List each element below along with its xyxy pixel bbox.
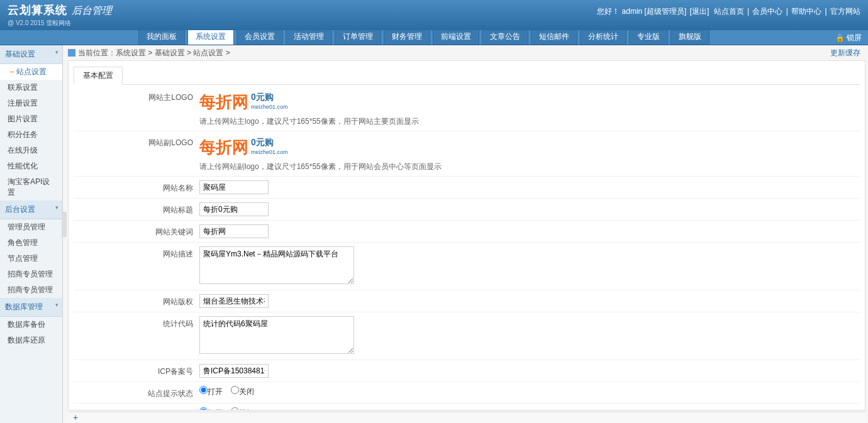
nav-tab-10[interactable]: 专业版 xyxy=(629,28,668,45)
logo-area: 云划算系统 后台管理 @ V2.0 2015 雪毅网络 xyxy=(8,3,112,28)
logout-link[interactable]: [退出] xyxy=(690,7,709,16)
refresh-cache-link[interactable]: 更新缓存 xyxy=(830,48,860,58)
site-status-off-radio[interactable] xyxy=(231,407,239,410)
side-item-1-4[interactable]: 招商专员管理 xyxy=(0,282,62,298)
site-status-on-radio[interactable] xyxy=(199,407,208,410)
side-item-2-0[interactable]: 数据库备份 xyxy=(0,317,62,332)
official-site-link[interactable]: 官方网站 xyxy=(830,7,860,16)
svg-text:每折网: 每折网 xyxy=(199,138,248,157)
side-item-0-7[interactable]: 淘宝客API设置 xyxy=(0,174,62,201)
side-item-1-3[interactable]: 招商专员管理 xyxy=(0,266,62,282)
side-item-0-3[interactable]: 图片设置 xyxy=(0,111,62,127)
svg-text:meizhe01.com: meizhe01.com xyxy=(251,104,288,110)
icp-input[interactable] xyxy=(199,364,269,378)
label-stats-code: 统计代码 xyxy=(74,316,199,329)
bottom-bar: + xyxy=(68,412,865,423)
lock-screen-button[interactable]: 🔒 锁屏 xyxy=(835,33,862,43)
username: admin xyxy=(622,7,643,16)
side-item-0-4[interactable]: 积分任务 xyxy=(0,127,62,143)
nav-tab-7[interactable]: 文章公告 xyxy=(482,28,528,45)
site-slogan-input[interactable] xyxy=(199,202,269,216)
sidebar: 基础设置站点设置联系设置注册设置图片设置积分任务在线升级性能优化淘宝客API设置… xyxy=(0,45,63,423)
label-site-slogan: 网站标题 xyxy=(74,202,199,216)
nav-tab-5[interactable]: 财务管理 xyxy=(384,28,430,45)
label-site-copyright: 网站版权 xyxy=(74,294,199,307)
prompt-status-on-radio[interactable] xyxy=(199,386,208,394)
label-sub-logo: 网站副LOGO xyxy=(74,135,199,148)
nav-tab-11[interactable]: 旗舰版 xyxy=(670,28,709,45)
label-icp: ICP备案号 xyxy=(74,364,199,377)
user-role: [超级管理员] xyxy=(645,7,687,16)
stats-code-textarea[interactable]: 统计的代码6聚码屋 xyxy=(199,316,354,354)
side-item-0-1[interactable]: 联系设置 xyxy=(0,80,62,96)
side-item-0-2[interactable]: 注册设置 xyxy=(0,96,62,111)
label-prompt-status: 站点提示状态 xyxy=(74,386,199,399)
site-desc-textarea[interactable]: 聚码屋Ym3.Net－精品网站源码下载平台 xyxy=(199,246,354,284)
greeting: 您好！ xyxy=(597,7,620,16)
site-home-link[interactable]: 站点首页 xyxy=(714,7,744,16)
nav-tab-2[interactable]: 会员设置 xyxy=(236,28,283,45)
nav-tab-1[interactable]: 系统设置 xyxy=(187,28,234,45)
label-main-logo: 网站主LOGO xyxy=(74,90,199,103)
svg-text:0元购: 0元购 xyxy=(251,92,274,102)
side-item-0-6[interactable]: 性能优化 xyxy=(0,158,62,174)
home-icon xyxy=(68,49,75,57)
prompt-status-off-radio[interactable] xyxy=(231,386,239,394)
hint-sub-logo: 请上传网站副logo，建议尺寸165*55像素，用于网站会员中心等页面显示 xyxy=(199,162,860,172)
app-version: @ V2.0 2015 雪毅网络 xyxy=(8,19,112,28)
add-tab-icon[interactable]: + xyxy=(73,412,78,422)
header: 云划算系统 后台管理 @ V2.0 2015 雪毅网络 您好！ admin [超… xyxy=(0,0,868,30)
main-logo-image: 每折网 0元购 meizhe01.com xyxy=(199,90,303,114)
sidebar-collapse-handle[interactable] xyxy=(62,212,67,237)
breadcrumb-prefix: 当前位置： xyxy=(78,48,116,58)
hint-main-logo: 请上传网站主logo，建议尺寸165*55像素，用于网站主要页面显示 xyxy=(199,116,860,127)
help-center-link[interactable]: 帮助中心 xyxy=(791,7,821,16)
member-center-link[interactable]: 会员中心 xyxy=(752,7,782,16)
side-item-1-2[interactable]: 节点管理 xyxy=(0,251,62,266)
nav-tab-4[interactable]: 订单管理 xyxy=(335,28,381,45)
side-item-1-0[interactable]: 管理员管理 xyxy=(0,219,62,235)
breadcrumb-path: 系统设置 > 基础设置 > 站点设置 > xyxy=(116,48,230,58)
nav-tab-9[interactable]: 分析统计 xyxy=(580,28,626,45)
nav-tab-3[interactable]: 活动管理 xyxy=(286,28,332,45)
app-subtitle: 后台管理 xyxy=(72,5,112,16)
label-site-desc: 网站描述 xyxy=(74,246,199,260)
side-item-0-0[interactable]: 站点设置 xyxy=(0,64,62,80)
side-item-0-5[interactable]: 在线升级 xyxy=(0,143,62,158)
side-group-0[interactable]: 基础设置 xyxy=(0,45,62,64)
svg-text:0元购: 0元购 xyxy=(251,137,274,147)
user-bar: 您好！ admin [超级管理员] [退出] 站点首页 | 会员中心 | 帮助中… xyxy=(597,6,862,17)
top-nav: 我的面板系统设置会员设置活动管理订单管理财务管理前端设置文章公告短信邮件分析统计… xyxy=(0,30,868,45)
side-item-1-1[interactable]: 角色管理 xyxy=(0,235,62,251)
nav-tab-8[interactable]: 短信邮件 xyxy=(531,28,577,45)
site-keywords-input[interactable] xyxy=(199,224,269,238)
nav-tab-0[interactable]: 我的面板 xyxy=(138,28,185,45)
sub-logo-image: 每折网 0元购 meizhe01.com xyxy=(199,135,303,159)
tab-strip: 基本配置 xyxy=(74,66,860,85)
side-group-1[interactable]: 后台设置 xyxy=(0,201,62,219)
side-item-2-1[interactable]: 数据库还原 xyxy=(0,332,62,348)
label-site-status: 站点状态 xyxy=(74,407,199,410)
label-site-keywords: 网站关键词 xyxy=(74,224,199,238)
breadcrumb: 当前位置： 系统设置 > 基础设置 > 站点设置 > 更新缓存 xyxy=(68,47,865,59)
side-group-2[interactable]: 数据库管理 xyxy=(0,298,62,317)
label-site-name: 网站名称 xyxy=(74,180,199,194)
site-name-input[interactable] xyxy=(199,180,269,194)
nav-tab-6[interactable]: 前端设置 xyxy=(433,28,479,45)
svg-text:每折网: 每折网 xyxy=(199,92,248,111)
site-copyright-input[interactable] xyxy=(199,294,269,308)
app-title: 云划算系统 xyxy=(8,4,67,16)
svg-text:meizhe01.com: meizhe01.com xyxy=(251,149,288,155)
main-panel: 基本配置 网站主LOGO 每折网 0元购 meizhe01.com 请上传网站主… xyxy=(68,60,865,410)
tab-basic-config[interactable]: 基本配置 xyxy=(74,67,123,85)
